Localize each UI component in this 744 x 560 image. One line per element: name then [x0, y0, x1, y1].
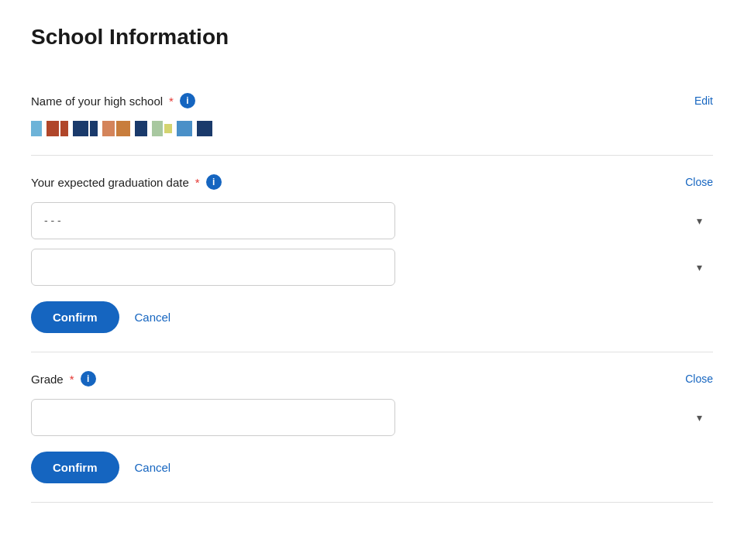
color-block [31, 121, 42, 136]
color-block [116, 121, 130, 136]
color-block [164, 124, 172, 133]
color-block [90, 121, 98, 136]
grade-confirm-button[interactable]: Confirm [31, 452, 119, 483]
graduation-date-label: Your expected graduation date [31, 176, 189, 189]
color-block [197, 121, 212, 136]
color-group-2 [46, 121, 68, 136]
school-name-label: Name of your high school [31, 94, 163, 108]
school-name-header: Name of your high school * i Edit [31, 93, 713, 108]
school-name-section: Name of your high school * i Edit [31, 74, 713, 156]
graduation-date-section: Your expected graduation date * i Close … [31, 156, 713, 352]
color-group-6 [152, 121, 172, 136]
grade-label: Grade [31, 373, 64, 386]
month-dropdown-arrow: ▾ [697, 215, 702, 227]
grade-dropdown[interactable]: 9th 10th 11th 12th [31, 399, 395, 436]
color-group-1 [31, 121, 42, 136]
grade-dropdown-arrow: ▾ [697, 411, 702, 424]
graduation-date-close-link[interactable]: Close [685, 176, 713, 188]
color-group-7 [177, 121, 192, 136]
school-name-visual [31, 121, 713, 136]
color-block [102, 121, 115, 136]
graduation-date-label-group: Your expected graduation date * i [31, 174, 222, 190]
grade-label-group: Grade * i [31, 371, 96, 387]
school-name-edit-link[interactable]: Edit [694, 94, 713, 107]
grade-info-icon[interactable]: i [81, 371, 96, 387]
graduation-cancel-button[interactable]: Cancel [135, 311, 171, 324]
color-group-3 [73, 121, 98, 136]
graduation-date-info-icon[interactable]: i [206, 174, 222, 190]
required-star-grade: * [70, 373, 74, 386]
month-dropdown[interactable]: - - - January February March April May J… [31, 202, 395, 239]
grade-header: Grade * i Close [31, 371, 713, 387]
graduation-button-group: Confirm Cancel [31, 301, 713, 333]
month-dropdown-wrapper: - - - January February March April May J… [31, 202, 713, 239]
page-title: School Information [31, 25, 713, 50]
color-group-4 [102, 121, 130, 136]
color-block [60, 121, 68, 136]
color-block [135, 121, 147, 136]
color-group-8 [197, 121, 212, 136]
year-dropdown[interactable]: 2024 2025 2026 2027 2028 [31, 249, 395, 286]
school-name-info-icon[interactable]: i [180, 93, 195, 108]
grade-cancel-button[interactable]: Cancel [135, 461, 171, 474]
color-block [152, 121, 163, 136]
graduation-confirm-button[interactable]: Confirm [31, 301, 119, 333]
required-star-grad: * [195, 176, 200, 189]
grade-section: Grade * i Close 9th 10th 11th 12th ▾ Con… [31, 352, 713, 503]
grade-close-link[interactable]: Close [685, 373, 713, 385]
required-star: * [169, 94, 174, 108]
year-dropdown-arrow: ▾ [697, 261, 702, 273]
school-name-label-group: Name of your high school * i [31, 93, 195, 108]
year-dropdown-wrapper: 2024 2025 2026 2027 2028 ▾ [31, 249, 713, 286]
color-block [46, 121, 59, 136]
color-group-5 [135, 121, 147, 136]
grade-button-group: Confirm Cancel [31, 452, 713, 483]
grade-dropdown-wrapper: 9th 10th 11th 12th ▾ [31, 399, 713, 436]
color-block [177, 121, 192, 136]
color-block [73, 121, 88, 136]
graduation-date-header: Your expected graduation date * i Close [31, 174, 713, 190]
